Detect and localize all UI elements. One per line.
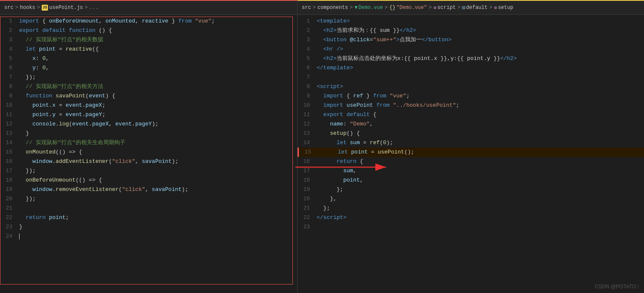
bc-r-components: components [318,5,348,11]
code-line: 23 } [0,222,297,232]
line-content: window.removeEventListener("click", sava… [19,185,297,194]
line-num: 14 [0,138,19,148]
code-line: 11 export default { [298,110,644,119]
code-line: 4 let point = reactive({ [0,45,297,54]
bc-dots: ... [89,5,99,11]
bc-r-script: script [437,5,456,11]
code-line: 18 onBeforeUnmount(() => { [0,176,297,185]
line-num: 2 [298,26,317,35]
breadcrumb-bar: src > hooks > JS usePoint.js > ... src >… [0,0,644,15]
line-content [19,204,297,213]
code-line: 14 let sum = ref(0); [298,138,644,148]
code-line: 20 }); [0,194,297,204]
editor-area: 1 import { onBeforeUnmount, onMounted, r… [0,15,644,293]
line-content [317,73,644,82]
code-line: 23 [298,222,644,232]
line-num: 23 [298,222,317,232]
line-content: onBeforeUnmount(() => { [19,176,297,185]
code-line: 8 // 实现鼠标"打点"的相关方法 [0,82,297,91]
editor-right: 1 <template> 2 <h2>当前求和为：{{ sum }}</h2> … [298,15,644,293]
right-code-container: 1 <template> 2 <h2>当前求和为：{{ sum }}</h2> … [298,15,644,293]
breadcrumb-left: src > hooks > JS usePoint.js > ... [0,0,298,14]
line-num: 4 [0,45,19,54]
code-line: 14 // 实现鼠标"打点"的相关生命周期钩子 [0,138,297,148]
line-num: 8 [298,82,317,91]
code-line: 3 <button @click="sum++">点我加一</button> [298,35,644,45]
code-line: 5 <h2>当前鼠标点击处的坐标为x:{{ point.x }},y:{{ po… [298,54,644,63]
line-content: return { [317,157,644,166]
code-line: 10 point.x = event.pageX; [0,101,297,110]
line-num: 24 [0,232,19,241]
bc-r-sep4: > [428,5,431,11]
line-num: 18 [298,176,317,185]
line-num: 18 [0,176,19,185]
line-num: 12 [298,119,317,129]
line-content: onMounted(() => { [19,148,297,157]
bc-file[interactable]: usePoint.js [49,5,83,11]
code-line: 12 name: "Demo", [298,119,644,129]
line-num: 2 [0,26,19,35]
bc-sep: > [15,5,18,11]
line-num: 21 [298,204,317,213]
line-num: 15 [299,148,318,157]
code-line: 8 <script> [298,82,644,91]
line-num: 17 [298,166,317,176]
line-content: import { ref } from "vue"; [317,91,644,101]
code-line: 20 }, [298,194,644,204]
line-num: 20 [0,194,19,204]
default-bc-icon: ⊡ [462,5,465,11]
code-line: 2 export default function () { [0,26,297,35]
editor-left: 1 import { onBeforeUnmount, onMounted, r… [0,15,298,293]
code-line: 2 <h2>当前求和为：{{ sum }}</h2> [298,26,644,35]
code-line: 22 </script> [298,213,644,222]
line-content: <button @click="sum++">点我加一</button> [317,35,644,45]
code-line: 5 x: 0, [0,54,297,63]
code-line: 4 <hr /> [298,45,644,54]
line-num: 6 [298,63,317,73]
line-content: <h2>当前求和为：{{ sum }}</h2> [317,26,644,35]
line-content: <script> [317,82,644,91]
line-content: point, [317,176,644,185]
line-content: }); [19,194,297,204]
line-content: <h2>当前鼠标点击处的坐标为x:{{ point.x }},y:{{ poin… [317,54,644,63]
code-line: 21 }; [298,204,644,213]
line-content: let point = reactive({ [19,45,297,54]
setup-bc-icon: ⊕ [494,5,497,11]
line-content: // 实现鼠标"打点"的相关数据 [19,35,297,45]
bc-r-sep1: > [313,5,316,11]
code-line: 17 }); [0,166,297,176]
code-line: 3 // 实现鼠标"打点"的相关数据 [0,35,297,45]
line-content: }); [19,166,297,176]
line-num: 5 [298,54,317,63]
line-num: 11 [0,110,19,119]
line-num: 4 [298,45,317,54]
code-line: 16 window.addEventListener("click", sava… [0,157,297,166]
code-line: 11 point.y = event.pageY; [0,110,297,119]
line-content: name: "Demo", [317,119,644,129]
line-num: 10 [298,101,317,110]
line-num: 6 [0,63,19,73]
line-num: 9 [298,91,317,101]
line-num: 20 [298,194,317,204]
line-num: 11 [298,110,317,119]
line-content [317,222,644,232]
bc-sep3: > [85,5,88,11]
line-num: 7 [298,73,317,82]
line-num: 22 [298,213,317,222]
line-content: window.addEventListener("click", savaPoi… [19,157,297,166]
code-line: 24 [0,232,297,241]
line-content: return point; [19,213,297,222]
line-content: y: 0, [19,63,297,73]
line-num: 13 [298,129,317,138]
bc-r-sep3: > [385,5,388,11]
line-num: 1 [0,17,19,26]
line-content: </script> [317,213,644,222]
code-line: 10 import usePoint from "../hooks/usePoi… [298,101,644,110]
line-content: x: 0, [19,54,297,63]
bc-r-sep2: > [350,5,353,11]
line-num: 3 [0,35,19,45]
bc-r-setup: setup [498,5,513,11]
line-content: <template> [317,17,644,26]
bc-r-demo[interactable]: Demo.vue [358,5,383,11]
code-line: 22 return point; [0,213,297,222]
